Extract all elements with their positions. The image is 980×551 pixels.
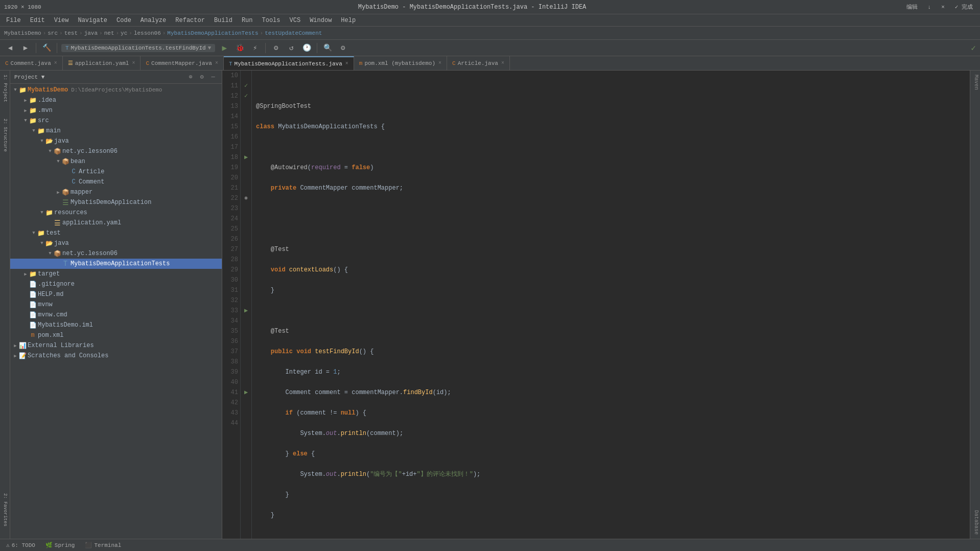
menu-code[interactable]: Code <box>112 16 135 25</box>
menu-navigate[interactable]: Navigate <box>74 16 111 25</box>
tree-pom[interactable]: ▶ m pom.xml <box>10 330 222 340</box>
code-content[interactable]: @SpringBootTest class MybatisDemoApplica… <box>252 71 970 539</box>
menu-edit[interactable]: Edit <box>26 16 49 25</box>
breadcrumb-java[interactable]: java <box>84 30 98 36</box>
tree-test[interactable]: ▼ 📁 test <box>10 228 222 238</box>
code-line-25: Comment comment = commentMapper.findById… <box>256 387 966 398</box>
tree-label-target: target <box>38 270 60 278</box>
edit-button[interactable]: 编辑 <box>903 2 921 12</box>
gutter-33[interactable]: ▶ <box>241 306 251 316</box>
tree-article[interactable]: ▶ C Article <box>10 167 222 177</box>
tree-mvnw[interactable]: ▶ 📄 mvnw <box>10 300 222 310</box>
menu-vcs[interactable]: VCS <box>286 16 305 25</box>
breadcrumb-src[interactable]: src <box>48 30 58 36</box>
debug-button[interactable]: 🐞 <box>234 42 246 54</box>
tab-close-tests[interactable]: × <box>345 61 348 66</box>
tree-comment-class[interactable]: ▶ C Comment <box>10 177 222 187</box>
breadcrumb-mybatisdemo[interactable]: MybatisDemo <box>4 30 41 36</box>
breadcrumb-net[interactable]: net <box>104 30 114 36</box>
tree-mvnwcmd[interactable]: ▶ 📄 mvnw.cmd <box>10 310 222 320</box>
tree-main[interactable]: ▼ 📁 main <box>10 126 222 136</box>
menu-help[interactable]: Help <box>337 16 360 25</box>
tree-label-mvnwcmd: mvnw.cmd <box>38 311 67 318</box>
download-button[interactable]: ↓ <box>925 3 935 11</box>
toolbar-back[interactable]: ◀ <box>4 42 16 54</box>
menu-window[interactable]: Window <box>306 16 336 25</box>
tree-yaml[interactable]: ▶ ☰ application.yaml <box>10 218 222 228</box>
right-sidebar-maven[interactable]: Maven <box>970 71 980 94</box>
tab-article-java[interactable]: C Article.java × <box>447 56 510 70</box>
tab-close-yaml[interactable]: × <box>132 60 135 66</box>
sidebar-icon-favorites[interactable]: 2: Favorites <box>2 491 9 529</box>
tree-root[interactable]: ▼ 📁 MybatisDemo D:\IdeaProjects\MybatisD… <box>10 85 222 95</box>
tree-java-test[interactable]: ▼ 📂 java <box>10 238 222 248</box>
menu-analyze[interactable]: Analyze <box>136 16 170 25</box>
tab-pom-xml[interactable]: m pom.xml (mybatisdemo) × <box>354 56 447 70</box>
tab-comment-java[interactable]: C Comment.java × <box>0 56 63 70</box>
tree-target[interactable]: ▶ 📁 target <box>10 269 222 279</box>
tree-gitignore[interactable]: ▶ 📄 .gitignore <box>10 279 222 289</box>
tree-iml[interactable]: ▶ 📄 MybatisDemo.iml <box>10 320 222 330</box>
menu-file[interactable]: File <box>2 16 25 25</box>
breadcrumb-lesson06[interactable]: lesson06 <box>134 30 161 36</box>
ln-12: 12 <box>224 91 238 101</box>
tree-package[interactable]: ▼ 📦 net.yc.lesson06 <box>10 146 222 156</box>
tree-mapper[interactable]: ▶ 📦 mapper <box>10 187 222 197</box>
toolbar-build[interactable]: 🔨 <box>40 42 53 54</box>
run-config[interactable]: T MybatisDemoApplicationTests.testFindBy… <box>61 44 215 52</box>
tree-src[interactable]: ▼ 📁 src <box>10 116 222 126</box>
menu-build[interactable]: Build <box>210 16 237 25</box>
done-button[interactable]: ✓ 完成 <box>952 2 976 12</box>
tab-close-mapper[interactable]: × <box>215 60 218 66</box>
menu-tools[interactable]: Tools <box>258 16 285 25</box>
tree-bean[interactable]: ▼ 📦 bean <box>10 156 222 167</box>
toolbar-settings[interactable]: ⚙ <box>337 42 349 54</box>
tab-close-pom[interactable]: × <box>438 60 441 66</box>
tree-help[interactable]: ▶ 📄 HELP.md <box>10 289 222 300</box>
breadcrumb-test[interactable]: test <box>64 30 78 36</box>
folder-icon-src: 📁 <box>29 117 37 125</box>
project-action-locate[interactable]: ⊕ <box>186 73 195 82</box>
code-area[interactable]: 10 11 12 13 14 15 16 17 18 19 20 21 22 2… <box>222 71 970 539</box>
toolbar-git[interactable]: ⚙ <box>270 42 282 54</box>
bottom-tab-todo[interactable]: ⚠ 6: TODO <box>2 541 39 549</box>
tree-java-main[interactable]: ▼ 📂 java <box>10 136 222 146</box>
project-action-settings[interactable]: ⚙ <box>197 73 206 82</box>
menu-refactor[interactable]: Refactor <box>171 16 209 25</box>
close-button[interactable]: × <box>938 3 948 11</box>
breadcrumb-method[interactable]: testUpdateComment <box>265 30 322 36</box>
tree-scratches[interactable]: ▶ 📝 Scratches and Consoles <box>10 351 222 361</box>
bottom-tab-terminal[interactable]: ⬛ Terminal <box>81 541 125 549</box>
bottom-tab-spring[interactable]: 🌿 Spring <box>41 541 79 549</box>
tree-package-test[interactable]: ▼ 📦 net.yc.lesson06 <box>10 248 222 259</box>
tab-close-article[interactable]: × <box>501 60 504 66</box>
breadcrumb-tests[interactable]: MybatisDemoApplicationTests <box>167 30 258 36</box>
menu-view[interactable]: View <box>50 16 73 25</box>
tree-tests-file[interactable]: ▶ T MybatisDemoApplicationTests <box>10 259 222 269</box>
tab-commentmapper-java[interactable]: C CommentMapper.java × <box>141 56 223 70</box>
tree-app-main[interactable]: ▶ ☰ MybatisDemoApplication <box>10 197 222 208</box>
project-action-minimize[interactable]: — <box>208 73 218 82</box>
tree-label-java-test: java <box>54 240 69 247</box>
tab-close-comment[interactable]: × <box>54 60 57 66</box>
breadcrumb-yc[interactable]: yc <box>121 30 127 36</box>
tree-mvn[interactable]: ▶ 📁 .mvn <box>10 105 222 116</box>
toolbar-history[interactable]: 🕐 <box>300 42 313 54</box>
gutter-41[interactable]: ▶ <box>241 387 251 398</box>
tree-ext-libs[interactable]: ▶ 📊 External Libraries <box>10 340 222 351</box>
right-sidebar-database[interactable]: Database <box>970 506 980 539</box>
tab-application-yaml[interactable]: ☰ application.yaml × <box>63 56 141 70</box>
tree-idea[interactable]: ▶ 📁 .idea <box>10 95 222 105</box>
gutter-22[interactable]: ◉ <box>241 193 251 203</box>
tree-resources[interactable]: ▼ 📁 resources <box>10 208 222 218</box>
run-button[interactable]: ▶ <box>218 42 230 54</box>
toolbar-search[interactable]: 🔍 <box>321 42 334 54</box>
gutter-18[interactable]: ▶ <box>241 152 251 163</box>
toolbar-forward[interactable]: ▶ <box>19 42 32 54</box>
toolbar-update[interactable]: ↺ <box>285 42 297 54</box>
sidebar-icon-project[interactable]: 1: Project <box>2 73 9 104</box>
sidebar-icon-structure[interactable]: 2: Structure <box>2 117 9 154</box>
menu-run[interactable]: Run <box>238 16 257 25</box>
coverage-button[interactable]: ⚡ <box>249 42 261 54</box>
tab-tests-java[interactable]: T MybatisDemoApplicationTests.java × <box>224 56 354 70</box>
